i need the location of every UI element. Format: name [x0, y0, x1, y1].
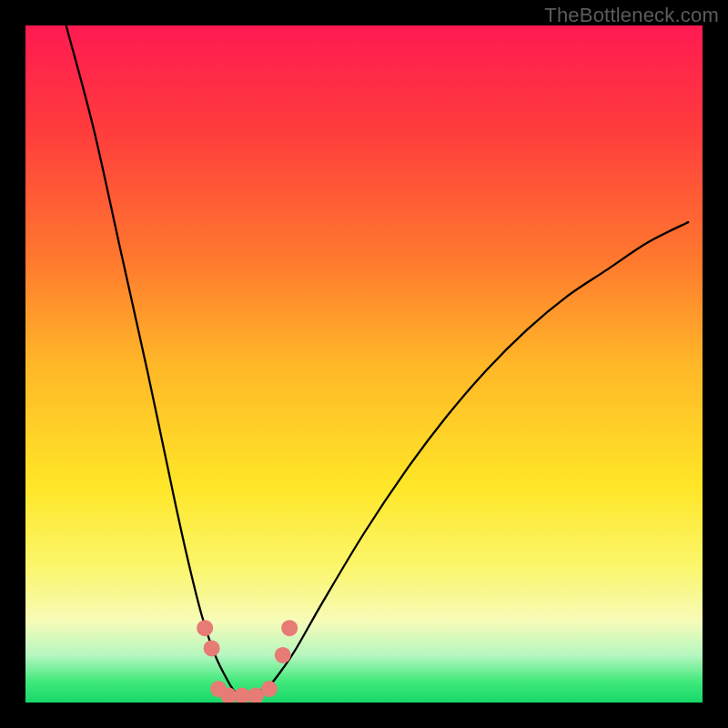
curve-marker [261, 681, 278, 697]
bottleneck-curve [66, 25, 689, 696]
plot-area [25, 25, 703, 703]
curve-markers [197, 620, 298, 703]
curve-marker [197, 620, 213, 636]
curve-marker [275, 647, 291, 663]
attribution-label: TheBottleneck.com [544, 4, 719, 27]
curve-marker [281, 620, 298, 636]
curve-marker [204, 640, 220, 656]
chart-svg [25, 25, 703, 703]
chart-frame: TheBottleneck.com [0, 0, 728, 728]
